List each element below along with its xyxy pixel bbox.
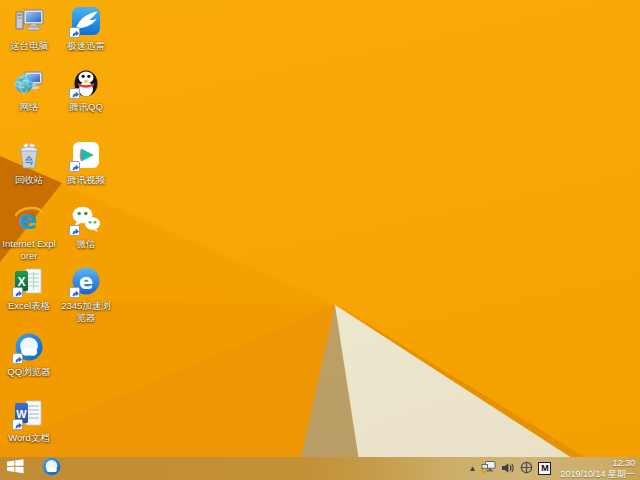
windows-logo-icon xyxy=(7,459,24,478)
desktop-icon-xunlei[interactable]: 极速迅雷 xyxy=(58,5,114,52)
desktop-icon-recycle-bin[interactable]: 回收站 xyxy=(1,139,57,186)
icon-label: Excel表格 xyxy=(1,300,57,312)
svg-text:e: e xyxy=(79,270,93,294)
word-icon: W xyxy=(13,397,45,429)
2345-browser-icon: e xyxy=(70,265,102,297)
qq-browser-icon xyxy=(41,456,62,480)
excel-icon: X xyxy=(13,265,45,297)
icon-label: QQ浏览器 xyxy=(1,366,57,378)
tray-crosshair-icon[interactable] xyxy=(520,460,533,478)
icon-label: Internet Explorer xyxy=(1,238,57,261)
system-tray: ▲ xyxy=(469,458,640,479)
icon-label: 微信 xyxy=(58,238,114,250)
shortcut-arrow-icon xyxy=(69,225,80,236)
xunlei-icon xyxy=(70,5,102,37)
shortcut-arrow-icon xyxy=(12,419,23,430)
desktop-icon-excel[interactable]: X Excel表格 xyxy=(1,265,57,312)
desktop: 这台电脑 极速迅雷 xyxy=(0,0,640,480)
taskbar-clock[interactable]: 12:30 2019/10/14 星期一 xyxy=(560,458,635,479)
desktop-icon-internet-explorer[interactable]: e Internet Explorer xyxy=(1,203,57,261)
shortcut-arrow-icon xyxy=(69,287,80,298)
input-method-indicator[interactable]: M xyxy=(538,462,551,475)
desktop-icon-qq-browser[interactable]: QQ浏览器 xyxy=(1,331,57,378)
icon-label: 这台电脑 xyxy=(1,40,57,52)
desktop-icon-tencent-qq[interactable]: 腾讯QQ xyxy=(58,66,114,113)
wechat-icon xyxy=(70,203,102,235)
shortcut-arrow-icon xyxy=(69,161,80,172)
icon-label: 腾讯QQ xyxy=(58,101,114,113)
svg-text:W: W xyxy=(16,408,27,420)
desktop-icon-2345-browser[interactable]: e 2345加速浏览器 xyxy=(58,265,114,323)
desktop-icon-tencent-video[interactable]: 腾讯视频 xyxy=(58,139,114,186)
icon-label: 网络 xyxy=(1,101,57,113)
icon-label: 极速迅雷 xyxy=(58,40,114,52)
desktop-icon-word[interactable]: W Word文档 xyxy=(1,397,57,444)
internet-explorer-icon: e xyxy=(13,203,45,235)
taskbar: ▲ xyxy=(0,457,640,480)
taskbar-pinned-qq-browser[interactable] xyxy=(38,457,64,480)
qq-penguin-icon xyxy=(70,66,102,98)
desktop-icon-network[interactable]: 网络 xyxy=(1,66,57,113)
volume-icon[interactable] xyxy=(501,460,515,478)
qq-browser-icon xyxy=(13,331,45,363)
show-hidden-icons-button[interactable]: ▲ xyxy=(469,465,477,473)
icon-label: 回收站 xyxy=(1,174,57,186)
shortcut-arrow-icon xyxy=(12,353,23,364)
icon-label: 2345加速浏览器 xyxy=(58,300,114,323)
desktop-icon-wechat[interactable]: 微信 xyxy=(58,203,114,250)
icon-label: 腾讯视频 xyxy=(58,174,114,186)
recycle-bin-icon xyxy=(13,139,45,171)
this-pc-icon xyxy=(13,5,45,37)
shortcut-arrow-icon xyxy=(69,88,80,99)
shortcut-arrow-icon xyxy=(12,287,23,298)
clock-date: 2019/10/14 星期一 xyxy=(560,469,635,480)
network-icon xyxy=(13,66,45,98)
tencent-video-icon xyxy=(70,139,102,171)
clock-time: 12:30 xyxy=(560,458,635,469)
network-status-icon[interactable] xyxy=(481,460,496,478)
desktop-icon-this-pc[interactable]: 这台电脑 xyxy=(1,5,57,52)
icon-label: Word文档 xyxy=(1,432,57,444)
start-button[interactable] xyxy=(0,457,30,480)
shortcut-arrow-icon xyxy=(69,27,80,38)
